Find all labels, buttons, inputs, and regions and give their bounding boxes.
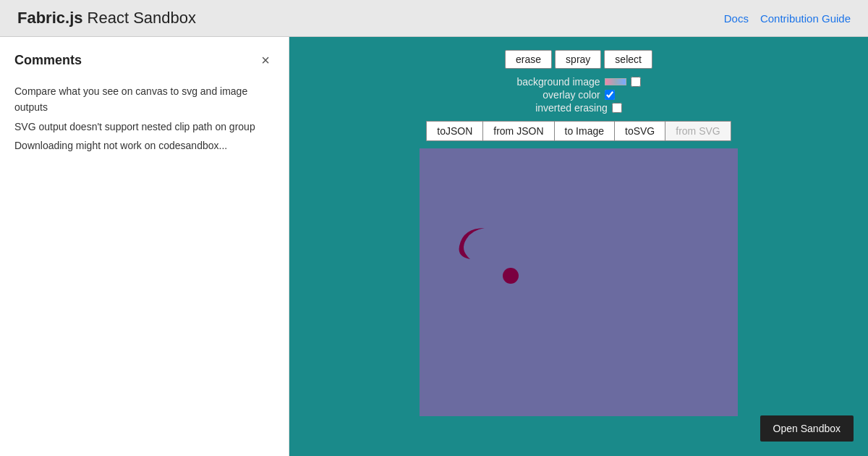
background-image-checkbox[interactable] (631, 77, 641, 87)
spray-button[interactable]: spray (555, 50, 601, 69)
comments-header: Comments × (14, 51, 274, 69)
comment-line-3: Downloading might not work on codesandbo… (14, 138, 274, 153)
background-image-option: background image (516, 76, 640, 88)
erase-button[interactable]: erase (505, 50, 552, 69)
to-json-button[interactable]: toJSON (427, 122, 483, 140)
inverted-erasing-checkbox[interactable] (612, 103, 622, 113)
shape-slice (456, 224, 488, 261)
title-bold: Fabric.js (17, 9, 82, 27)
canvas-area: erase spray select background image over… (289, 37, 868, 456)
toolbar-row: erase spray select (505, 50, 652, 69)
overlay-color-label: overlay color (542, 89, 600, 101)
comment-line-2: SVG output doesn't support nested clip p… (14, 119, 274, 135)
background-image-label: background image (516, 76, 600, 88)
comment-line-1: Compare what you see on canvas to svg an… (14, 83, 274, 116)
overlay-color-option: overlay color (542, 89, 614, 101)
title-normal: React Sandbox (82, 9, 196, 27)
header: Fabric.js React Sandbox Docs Contributio… (0, 0, 868, 37)
header-links: Docs Contribution Guide (724, 12, 851, 25)
open-sandbox-button[interactable]: Open Sandbox (760, 415, 854, 442)
inverted-erasing-option: inverted erasing (535, 102, 622, 114)
app-title: Fabric.js React Sandbox (17, 9, 196, 28)
shape-dot (503, 268, 519, 284)
from-json-button[interactable]: from JSON (483, 122, 554, 140)
main-content: Comments × Compare what you see on canva… (0, 37, 868, 456)
canvas-drawing[interactable] (420, 148, 738, 416)
docs-link[interactable]: Docs (724, 12, 749, 25)
contribution-guide-link[interactable]: Contribution Guide (760, 12, 851, 25)
to-image-button[interactable]: to Image (555, 122, 615, 140)
from-svg-button: from SVG (665, 122, 730, 140)
comments-panel: Comments × Compare what you see on canva… (0, 37, 289, 456)
inverted-erasing-label: inverted erasing (535, 102, 608, 114)
select-button[interactable]: select (604, 50, 652, 69)
action-row: toJSON from JSON to Image toSVG from SVG (426, 121, 731, 141)
comments-title: Comments (14, 53, 82, 68)
overlay-color-checkbox[interactable] (605, 90, 615, 100)
options-row: background image overlay color inverted … (516, 76, 640, 114)
to-svg-button[interactable]: toSVG (615, 122, 665, 140)
comments-body: Compare what you see on canvas to svg an… (14, 83, 274, 154)
color-preview (605, 78, 626, 85)
close-button[interactable]: × (257, 51, 274, 69)
